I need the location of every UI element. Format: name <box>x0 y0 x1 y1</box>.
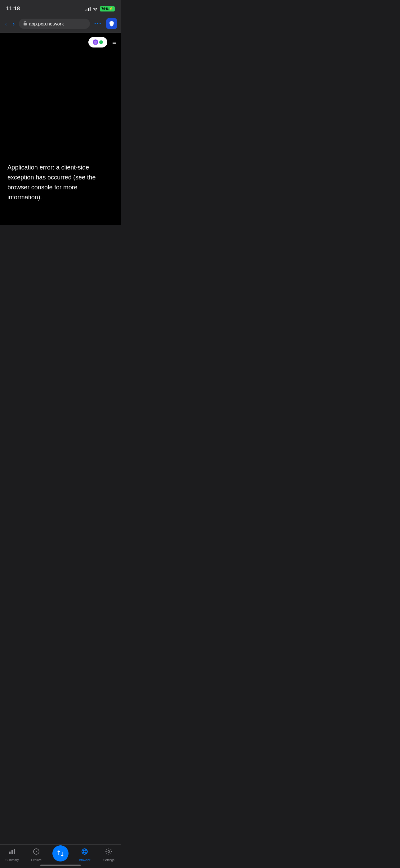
shield-icon <box>108 21 115 27</box>
forward-button[interactable]: › <box>11 19 16 29</box>
browser-chrome: ‹ › app.pop.network ··· <box>0 16 121 33</box>
url-bar[interactable]: app.pop.network <box>19 19 90 29</box>
circle-green-icon <box>99 40 103 44</box>
back-button[interactable]: ‹ <box>4 19 8 29</box>
page-content: ≡ Application error: a client-side excep… <box>0 33 121 225</box>
url-text: app.pop.network <box>29 21 64 26</box>
wifi-icon <box>92 6 98 11</box>
hamburger-icon[interactable]: ≡ <box>112 39 116 45</box>
page-nav: ≡ <box>0 33 121 51</box>
svg-rect-0 <box>24 23 27 26</box>
svg-point-2 <box>94 41 97 44</box>
shield-button[interactable] <box>106 18 117 29</box>
battery-indicator: 76%⚡ <box>100 6 115 11</box>
status-bar: 11:18 76%⚡ <box>0 0 121 16</box>
error-message: Application error: a client-side excepti… <box>0 51 121 215</box>
signal-icon <box>85 6 91 11</box>
status-icons: 76%⚡ <box>85 6 115 11</box>
status-time: 11:18 <box>6 6 20 12</box>
logo-pill[interactable] <box>88 37 107 48</box>
svg-point-1 <box>93 40 98 45</box>
more-button[interactable]: ··· <box>93 18 103 29</box>
logo-circles <box>93 39 103 45</box>
circle-purple-icon <box>93 39 98 45</box>
lock-icon <box>23 21 27 26</box>
